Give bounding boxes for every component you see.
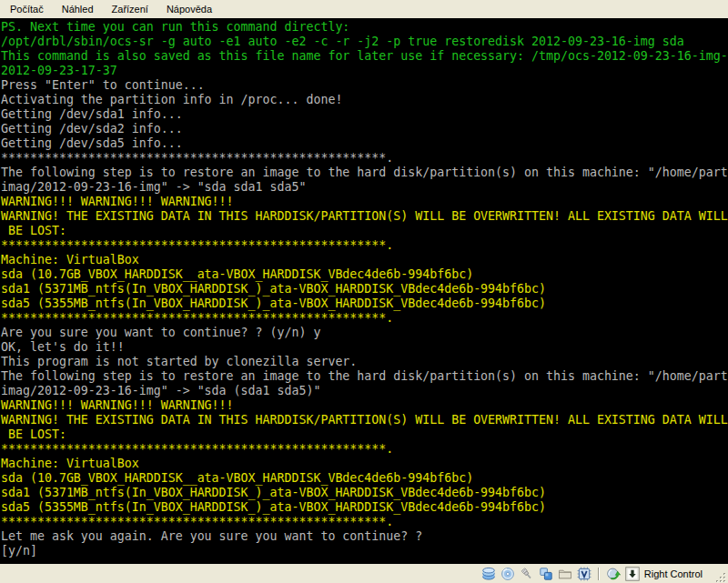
terminal-line: ****************************************… xyxy=(1,311,728,326)
harddisk-icon[interactable] xyxy=(481,567,496,581)
virtualization-chip-icon[interactable] xyxy=(577,567,592,581)
terminal-line: PS. Next time you can run this command d… xyxy=(1,20,728,35)
terminal-line: sda1 (5371MB_ntfs(In_VBOX_HARDDISK_)_ata… xyxy=(1,282,728,297)
host-key-icon[interactable] xyxy=(625,567,640,581)
menubar: Počítač Náhled Zařízení Nápověda xyxy=(0,0,728,18)
terminal-line: sda (10.7GB_VBOX_HARDDISK__ata-VBOX_HARD… xyxy=(1,471,728,486)
usb-icon[interactable] xyxy=(520,567,534,581)
optical-disc-icon[interactable] xyxy=(500,567,515,581)
terminal-line: This program is not started by clonezill… xyxy=(1,355,728,369)
network-icon[interactable] xyxy=(539,567,553,581)
terminal-line: WARNING!!! WARNING!!! WARNING!!! xyxy=(1,398,728,413)
statusbar-separator xyxy=(598,568,600,580)
menu-item-help[interactable]: Nápověda xyxy=(158,0,220,18)
mouse-integration-icon[interactable] xyxy=(606,567,621,581)
terminal-line: WARNING!!! WARNING!!! WARNING!!! xyxy=(1,195,728,209)
terminal-line: imag/2012-09-23-16-img" -> "sda sda1 sda… xyxy=(1,180,728,195)
menu-item-machine[interactable]: Počítač xyxy=(2,0,52,18)
terminal-line: BE LOST: xyxy=(1,427,728,442)
terminal-line: Machine: VirtualBox xyxy=(1,253,728,267)
terminal-line: Getting /dev/sda5 info... xyxy=(1,136,728,151)
terminal-line: ****************************************… xyxy=(1,442,728,457)
terminal-line: ****************************************… xyxy=(1,238,728,253)
shared-folder-icon[interactable] xyxy=(558,567,572,581)
terminal-line: Press "Enter" to continue... xyxy=(1,78,728,93)
terminal-line: sda5 (5355MB_ntfs(In_VBOX_HARDDISK_)_ata… xyxy=(1,500,728,515)
terminal-output[interactable]: PS. Next time you can run this command d… xyxy=(0,18,728,564)
terminal-line: ****************************************… xyxy=(1,515,728,529)
terminal-line: The following step is to restore an imag… xyxy=(1,166,728,180)
menu-item-view[interactable]: Náhled xyxy=(54,0,102,18)
terminal-line: sda1 (5371MB_ntfs(In_VBOX_HARDDISK_)_ata… xyxy=(1,486,728,500)
terminal-line: /opt/drbl/sbin/ocs-sr -g auto -e1 auto -… xyxy=(1,35,728,49)
terminal-line: WARNING! THE EXISTING DATA IN THIS HARDD… xyxy=(1,209,728,224)
terminal-line: WARNING! THE EXISTING DATA IN THIS HARDD… xyxy=(1,413,728,427)
terminal-line: Let me ask you again. Are you sure you w… xyxy=(1,529,728,544)
terminal-line: Getting /dev/sda2 info... xyxy=(1,122,728,136)
terminal-line: OK, let's do it!! xyxy=(1,340,728,355)
terminal-line: Getting /dev/sda1 info... xyxy=(1,107,728,122)
terminal-line: imag/2012-09-23-16-img" -> "sda (sda1 sd… xyxy=(1,384,728,398)
terminal-line: The following step is to restore an imag… xyxy=(1,369,728,384)
terminal-line: sda (10.7GB_VBOX_HARDDISK__ata-VBOX_HARD… xyxy=(1,267,728,282)
terminal-line: This command is also saved as this file … xyxy=(1,49,728,64)
terminal-line: Activating the partition info in /proc..… xyxy=(1,93,728,107)
terminal-line: BE LOST: xyxy=(1,224,728,238)
terminal-line: [y/n] xyxy=(1,544,728,558)
resize-grip-icon[interactable] xyxy=(714,568,727,583)
terminal-line: 2012-09-23-17-37 xyxy=(1,64,728,78)
terminal-line: sda5 (5355MB_ntfs(In_VBOX_HARDDISK_)_ata… xyxy=(1,297,728,311)
menu-item-devices[interactable]: Zařízení xyxy=(104,0,157,18)
statusbar: Right Control xyxy=(0,564,728,583)
terminal-line: Are you sure you want to continue? ? (y/… xyxy=(1,326,728,340)
host-key-label: Right Control xyxy=(644,568,703,579)
terminal-line: ****************************************… xyxy=(1,151,728,166)
terminal-line: Machine: VirtualBox xyxy=(1,457,728,471)
